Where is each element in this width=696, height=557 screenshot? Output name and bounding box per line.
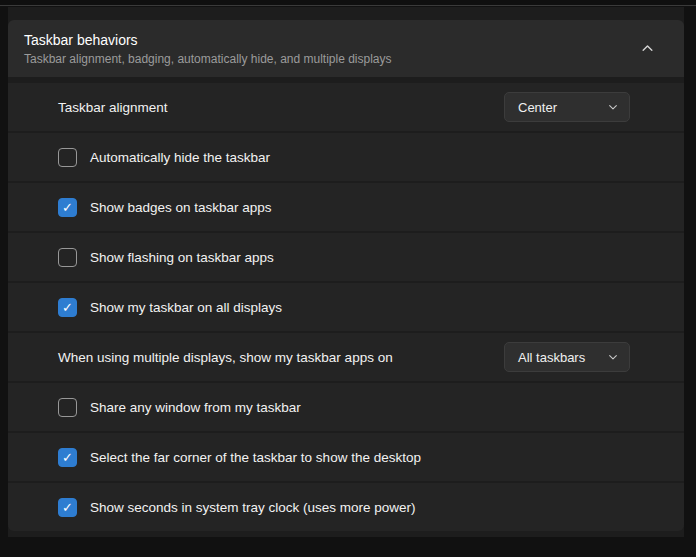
dropdown-value: All taskbars (518, 350, 585, 365)
checkbox[interactable]: ✓ (58, 298, 77, 317)
setting-row-share-window: ✓ Share any window from my taskbar (8, 383, 684, 431)
checkbox[interactable]: ✓ (58, 498, 77, 517)
taskbar-behaviors-header[interactable]: Taskbar behaviors Taskbar alignment, bad… (8, 20, 684, 77)
setting-row-taskbar-all-displays: ✓ Show my taskbar on all displays (8, 283, 684, 331)
settings-panel: Taskbar behaviors Taskbar alignment, bad… (8, 7, 684, 537)
setting-row-show-badges: ✓ Show badges on taskbar apps (8, 183, 684, 231)
chevron-up-icon[interactable] (634, 36, 660, 62)
checkmark-icon: ✓ (62, 451, 73, 464)
checkbox[interactable]: ✓ (58, 448, 77, 467)
setting-row-multiple-displays-apps: When using multiple displays, show my ta… (8, 333, 684, 381)
checkbox[interactable]: ✓ (58, 398, 77, 417)
setting-row-taskbar-alignment: Taskbar alignment Center (8, 83, 684, 131)
taskbar-alignment-dropdown[interactable]: Center (504, 92, 630, 122)
checkbox[interactable]: ✓ (58, 198, 77, 217)
checkbox[interactable]: ✓ (58, 148, 77, 167)
setting-label: Taskbar alignment (58, 100, 168, 115)
settings-rows: Taskbar alignment Center ✓ Automatically… (8, 83, 684, 531)
taskbar-all-displays-checkbox-row[interactable]: ✓ Show my taskbar on all displays (58, 298, 282, 317)
taskbar-behaviors-expander: Taskbar behaviors Taskbar alignment, bad… (8, 20, 684, 531)
checkbox-label: Show flashing on taskbar apps (90, 250, 274, 265)
checkmark-icon: ✓ (62, 201, 73, 214)
chevron-down-icon (608, 352, 618, 362)
share-window-checkbox-row[interactable]: ✓ Share any window from my taskbar (58, 398, 301, 417)
section-subtitle: Taskbar alignment, badging, automaticall… (24, 52, 392, 66)
clock-seconds-checkbox-row[interactable]: ✓ Show seconds in system tray clock (use… (58, 498, 416, 517)
show-badges-checkbox-row[interactable]: ✓ Show badges on taskbar apps (58, 198, 272, 217)
checkbox-label: Select the far corner of the taskbar to … (90, 450, 421, 465)
top-divider (0, 0, 696, 6)
section-title: Taskbar behaviors (24, 32, 392, 48)
checkbox[interactable]: ✓ (58, 248, 77, 267)
dropdown-value: Center (518, 100, 557, 115)
checkbox-label: Automatically hide the taskbar (90, 150, 270, 165)
setting-row-show-flashing: ✓ Show flashing on taskbar apps (8, 233, 684, 281)
checkbox-label: Show seconds in system tray clock (uses … (90, 500, 416, 515)
checkmark-icon: ✓ (62, 501, 73, 514)
checkbox-label: Share any window from my taskbar (90, 400, 301, 415)
auto-hide-taskbar-checkbox-row[interactable]: ✓ Automatically hide the taskbar (58, 148, 270, 167)
checkbox-label: Show badges on taskbar apps (90, 200, 272, 215)
chevron-down-icon (608, 102, 618, 112)
checkmark-icon: ✓ (62, 301, 73, 314)
setting-label: When using multiple displays, show my ta… (58, 350, 393, 365)
setting-row-clock-seconds: ✓ Show seconds in system tray clock (use… (8, 483, 684, 531)
header-text: Taskbar behaviors Taskbar alignment, bad… (24, 32, 392, 66)
show-flashing-checkbox-row[interactable]: ✓ Show flashing on taskbar apps (58, 248, 274, 267)
setting-row-auto-hide-taskbar: ✓ Automatically hide the taskbar (8, 133, 684, 181)
multiple-displays-dropdown[interactable]: All taskbars (504, 342, 630, 372)
setting-row-far-corner-desktop: ✓ Select the far corner of the taskbar t… (8, 433, 684, 481)
checkbox-label: Show my taskbar on all displays (90, 300, 282, 315)
far-corner-desktop-checkbox-row[interactable]: ✓ Select the far corner of the taskbar t… (58, 448, 421, 467)
